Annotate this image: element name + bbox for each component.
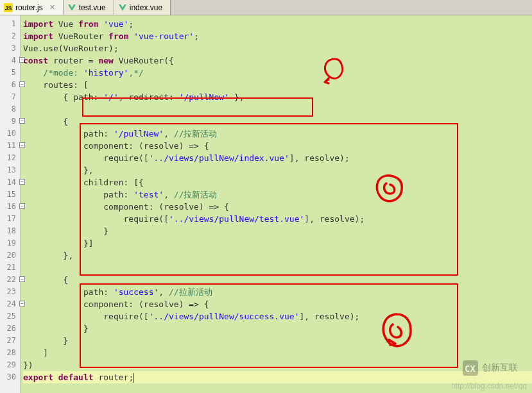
watermark-url: http://blog.csdn.net/qq — [451, 381, 527, 390]
code-line[interactable]: import VueRouter from 'vue-router'; — [23, 30, 532, 42]
vue-icon — [118, 3, 127, 12]
line-number: 3 — [0, 42, 20, 54]
line-number: 4− — [0, 54, 20, 67]
code-line[interactable]: /*mode: 'history',*/ — [23, 67, 532, 79]
code-line[interactable]: require(['../views/pullNew/success.vue']… — [23, 310, 532, 322]
line-number: 11− — [0, 140, 20, 152]
line-number: 18 — [0, 225, 20, 237]
tab-label: router.js — [15, 3, 43, 12]
line-number: 17 — [0, 213, 20, 225]
line-number: 23 — [0, 286, 20, 298]
line-number: 15 — [0, 188, 20, 201]
line-number: 1 — [0, 18, 20, 30]
code-line[interactable]: path: '/pullNew', //拉新活动 — [23, 128, 532, 140]
svg-marker-3 — [119, 4, 126, 11]
line-number: 7 — [0, 91, 20, 103]
code-line[interactable]: path: 'success', //拉新活动 — [23, 286, 532, 298]
svg-text:创新互联: 创新互联 — [482, 362, 518, 372]
line-gutter: 1234−56−789−1011−121314−1516−17181920212… — [0, 15, 21, 393]
code-line[interactable]: children: [{ — [23, 176, 532, 188]
line-number: 10 — [0, 128, 20, 140]
code-line[interactable]: { — [23, 115, 532, 128]
line-number: 20 — [0, 249, 20, 262]
code-line[interactable]: } — [23, 225, 532, 237]
code-line[interactable]: { path: '/', redirect: '/pullNew' }, — [23, 91, 532, 103]
watermark-logo: CX 创新互联 — [463, 359, 527, 379]
code-line[interactable]: }, — [23, 249, 532, 262]
code-line[interactable]: Vue.use(VueRouter); — [23, 42, 532, 54]
line-number: 16− — [0, 201, 20, 213]
line-number: 24− — [0, 298, 20, 310]
tab-router-js[interactable]: JS router.js ✕ — [0, 0, 64, 15]
code-line[interactable]: routes: [ — [23, 79, 532, 91]
code-line[interactable]: } — [23, 335, 532, 347]
code-content[interactable]: import Vue from 'vue';import VueRouter f… — [21, 15, 532, 393]
code-line[interactable]: path: 'test', //拉新活动 — [23, 188, 532, 201]
line-number: 30 — [0, 371, 20, 383]
line-number: 29 — [0, 359, 20, 371]
code-line[interactable]: import Vue from 'vue'; — [23, 18, 532, 30]
code-line[interactable]: require(['../views/pullNew/test.vue'], r… — [23, 213, 532, 225]
line-number: 2 — [0, 30, 20, 42]
tab-label: test.vue — [79, 3, 106, 12]
code-line[interactable]: const router = new VueRouter({ — [23, 54, 532, 67]
tab-test-vue[interactable]: test.vue — [64, 0, 114, 15]
tab-label: index.vue — [130, 3, 162, 12]
line-number: 19 — [0, 237, 20, 249]
code-line[interactable]: require(['../views/pullNew/index.vue'], … — [23, 152, 532, 164]
code-line[interactable]: component: (resolve) => { — [23, 298, 532, 310]
code-line[interactable]: ] — [23, 347, 532, 359]
js-icon: JS — [4, 3, 13, 12]
close-icon[interactable]: ✕ — [49, 3, 55, 12]
line-number: 14− — [0, 176, 20, 188]
svg-marker-2 — [68, 4, 76, 11]
line-number: 5 — [0, 67, 20, 79]
code-line[interactable] — [23, 103, 532, 115]
line-number: 21 — [0, 262, 20, 274]
line-number: 12 — [0, 152, 20, 164]
line-number: 28 — [0, 347, 20, 359]
code-line[interactable]: } — [23, 322, 532, 335]
editor-area: 1234−56−789−1011−121314−1516−17181920212… — [0, 15, 532, 393]
code-line[interactable]: }, — [23, 164, 532, 176]
code-line[interactable]: component: (resolve) => { — [23, 140, 532, 152]
editor-tabs: JS router.js ✕ test.vue index.vue — [0, 0, 532, 15]
line-number: 22− — [0, 274, 20, 286]
line-number: 26 — [0, 322, 20, 335]
code-line[interactable]: component: (resolve) => { — [23, 201, 532, 213]
tab-index-vue[interactable]: index.vue — [114, 0, 171, 15]
line-number: 8 — [0, 103, 20, 115]
line-number: 27 — [0, 335, 20, 347]
code-line[interactable] — [23, 262, 532, 274]
code-line[interactable]: { — [23, 274, 532, 286]
code-line[interactable]: }] — [23, 237, 532, 249]
code-line[interactable]: }) — [23, 359, 532, 371]
line-number: 13 — [0, 164, 20, 176]
line-number: 25 — [0, 310, 20, 322]
line-number: 6− — [0, 79, 20, 91]
svg-text:JS: JS — [4, 5, 12, 12]
vue-icon — [67, 3, 76, 12]
line-number: 9− — [0, 115, 20, 128]
svg-text:CX: CX — [465, 364, 476, 374]
